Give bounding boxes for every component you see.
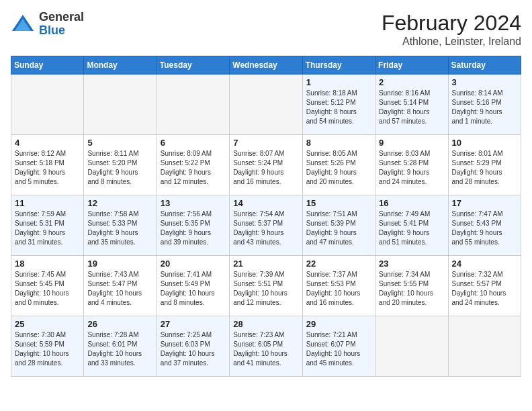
day-number: 26 (87, 319, 152, 329)
day-info: Sunrise: 7:54 AMSunset: 5:37 PMDaylight:… (233, 210, 298, 247)
calendar-cell (157, 75, 229, 135)
calendar-cell: 21Sunrise: 7:39 AMSunset: 5:51 PMDayligh… (230, 256, 302, 316)
calendar-cell: 25Sunrise: 7:30 AMSunset: 5:59 PMDayligh… (11, 316, 84, 377)
day-number: 20 (161, 259, 226, 269)
logo-text: General Blue (39, 11, 84, 38)
header-day-wednesday: Wednesday (230, 56, 302, 75)
day-info: Sunrise: 7:59 AMSunset: 5:31 PMDaylight:… (15, 210, 80, 247)
day-number: 1 (306, 77, 371, 87)
calendar-week-4: 18Sunrise: 7:45 AMSunset: 5:45 PMDayligh… (11, 256, 521, 316)
calendar-cell: 8Sunrise: 8:05 AMSunset: 5:26 PMDaylight… (302, 135, 375, 195)
calendar-cell: 10Sunrise: 8:01 AMSunset: 5:29 PMDayligh… (448, 135, 521, 195)
calendar-cell: 5Sunrise: 8:11 AMSunset: 5:20 PMDaylight… (84, 135, 157, 195)
calendar-cell: 6Sunrise: 8:09 AMSunset: 5:22 PMDaylight… (157, 135, 229, 195)
day-info: Sunrise: 7:43 AMSunset: 5:47 PMDaylight:… (87, 270, 152, 308)
calendar-cell: 29Sunrise: 7:21 AMSunset: 6:07 PMDayligh… (302, 316, 375, 377)
calendar-cell: 19Sunrise: 7:43 AMSunset: 5:47 PMDayligh… (84, 256, 157, 316)
day-info: Sunrise: 7:58 AMSunset: 5:33 PMDaylight:… (87, 210, 152, 247)
day-number: 19 (87, 259, 152, 269)
calendar-cell: 4Sunrise: 8:12 AMSunset: 5:18 PMDaylight… (11, 135, 84, 195)
day-number: 5 (87, 138, 152, 148)
page-title: February 2024 (382, 11, 521, 36)
day-number: 16 (379, 198, 444, 208)
calendar-cell: 13Sunrise: 7:56 AMSunset: 5:35 PMDayligh… (157, 195, 229, 256)
calendar-week-2: 4Sunrise: 8:12 AMSunset: 5:18 PMDaylight… (11, 135, 521, 195)
day-number: 29 (306, 319, 371, 329)
calendar-cell: 14Sunrise: 7:54 AMSunset: 5:37 PMDayligh… (230, 195, 302, 256)
logo-blue-text: Blue (39, 24, 84, 38)
day-number: 12 (87, 198, 152, 208)
day-number: 14 (233, 198, 298, 208)
day-info: Sunrise: 7:39 AMSunset: 5:51 PMDaylight:… (233, 270, 298, 308)
day-info: Sunrise: 7:51 AMSunset: 5:39 PMDaylight:… (306, 210, 371, 247)
day-number: 27 (161, 319, 226, 329)
calendar-cell (230, 75, 302, 135)
day-info: Sunrise: 7:56 AMSunset: 5:35 PMDaylight:… (161, 210, 226, 247)
calendar-cell: 12Sunrise: 7:58 AMSunset: 5:33 PMDayligh… (84, 195, 157, 256)
calendar-cell (375, 316, 448, 377)
calendar-cell: 7Sunrise: 8:07 AMSunset: 5:24 PMDaylight… (230, 135, 302, 195)
header-day-monday: Monday (84, 56, 157, 75)
calendar-cell: 17Sunrise: 7:47 AMSunset: 5:43 PMDayligh… (448, 195, 521, 256)
day-info: Sunrise: 8:01 AMSunset: 5:29 PMDaylight:… (452, 149, 517, 187)
calendar-cell (84, 75, 157, 135)
day-info: Sunrise: 7:45 AMSunset: 5:45 PMDaylight:… (15, 270, 80, 308)
day-info: Sunrise: 7:25 AMSunset: 6:03 PMDaylight:… (161, 330, 226, 368)
calendar-cell: 11Sunrise: 7:59 AMSunset: 5:31 PMDayligh… (11, 195, 84, 256)
calendar-cell: 18Sunrise: 7:45 AMSunset: 5:45 PMDayligh… (11, 256, 84, 316)
calendar-cell: 26Sunrise: 7:28 AMSunset: 6:01 PMDayligh… (84, 316, 157, 377)
day-number: 22 (306, 259, 371, 269)
calendar-body: 1Sunrise: 8:18 AMSunset: 5:12 PMDaylight… (11, 75, 521, 377)
logo-general-text: General (39, 11, 84, 24)
calendar-header: SundayMondayTuesdayWednesdayThursdayFrid… (11, 56, 521, 75)
header-day-saturday: Saturday (448, 56, 521, 75)
calendar-cell: 3Sunrise: 8:14 AMSunset: 5:16 PMDaylight… (448, 75, 521, 135)
calendar-week-3: 11Sunrise: 7:59 AMSunset: 5:31 PMDayligh… (11, 195, 521, 256)
day-number: 11 (15, 198, 80, 208)
logo: General Blue (11, 11, 84, 38)
title-area: February 2024 Athlone, Leinster, Ireland (382, 11, 521, 48)
day-info: Sunrise: 7:47 AMSunset: 5:43 PMDaylight:… (452, 210, 517, 247)
calendar-cell (11, 75, 84, 135)
day-info: Sunrise: 8:12 AMSunset: 5:18 PMDaylight:… (15, 149, 80, 187)
day-number: 18 (15, 259, 80, 269)
calendar-cell: 15Sunrise: 7:51 AMSunset: 5:39 PMDayligh… (302, 195, 375, 256)
calendar-cell: 16Sunrise: 7:49 AMSunset: 5:41 PMDayligh… (375, 195, 448, 256)
calendar-cell: 22Sunrise: 7:37 AMSunset: 5:53 PMDayligh… (302, 256, 375, 316)
calendar-cell: 9Sunrise: 8:03 AMSunset: 5:28 PMDaylight… (375, 135, 448, 195)
day-info: Sunrise: 8:14 AMSunset: 5:16 PMDaylight:… (452, 89, 517, 126)
day-number: 10 (452, 138, 517, 148)
day-number: 9 (379, 138, 444, 148)
day-number: 21 (233, 259, 298, 269)
day-info: Sunrise: 7:32 AMSunset: 5:57 PMDaylight:… (452, 270, 517, 308)
header-row: SundayMondayTuesdayWednesdayThursdayFrid… (11, 56, 521, 75)
header-day-friday: Friday (375, 56, 448, 75)
day-number: 24 (452, 259, 517, 269)
header: General Blue February 2024 Athlone, Lein… (11, 11, 521, 48)
day-number: 17 (452, 198, 517, 208)
day-info: Sunrise: 7:49 AMSunset: 5:41 PMDaylight:… (379, 210, 444, 247)
day-number: 7 (233, 138, 298, 148)
header-day-sunday: Sunday (11, 56, 84, 75)
day-number: 15 (306, 198, 371, 208)
calendar-cell: 1Sunrise: 8:18 AMSunset: 5:12 PMDaylight… (302, 75, 375, 135)
calendar-cell: 20Sunrise: 7:41 AMSunset: 5:49 PMDayligh… (157, 256, 229, 316)
day-info: Sunrise: 7:30 AMSunset: 5:59 PMDaylight:… (15, 330, 80, 368)
day-info: Sunrise: 7:34 AMSunset: 5:55 PMDaylight:… (379, 270, 444, 308)
header-day-thursday: Thursday (302, 56, 375, 75)
calendar-week-1: 1Sunrise: 8:18 AMSunset: 5:12 PMDaylight… (11, 75, 521, 135)
calendar-table: SundayMondayTuesdayWednesdayThursdayFrid… (11, 56, 521, 377)
day-number: 23 (379, 259, 444, 269)
day-info: Sunrise: 7:21 AMSunset: 6:07 PMDaylight:… (306, 330, 371, 368)
calendar-cell: 2Sunrise: 8:16 AMSunset: 5:14 PMDaylight… (375, 75, 448, 135)
day-info: Sunrise: 8:16 AMSunset: 5:14 PMDaylight:… (379, 89, 444, 126)
calendar-cell: 23Sunrise: 7:34 AMSunset: 5:55 PMDayligh… (375, 256, 448, 316)
day-info: Sunrise: 8:05 AMSunset: 5:26 PMDaylight:… (306, 149, 371, 187)
day-info: Sunrise: 8:07 AMSunset: 5:24 PMDaylight:… (233, 149, 298, 187)
calendar-cell: 27Sunrise: 7:25 AMSunset: 6:03 PMDayligh… (157, 316, 229, 377)
calendar-cell (448, 316, 521, 377)
header-day-tuesday: Tuesday (157, 56, 229, 75)
day-number: 13 (161, 198, 226, 208)
day-info: Sunrise: 8:11 AMSunset: 5:20 PMDaylight:… (87, 149, 152, 187)
day-info: Sunrise: 8:03 AMSunset: 5:28 PMDaylight:… (379, 149, 444, 187)
